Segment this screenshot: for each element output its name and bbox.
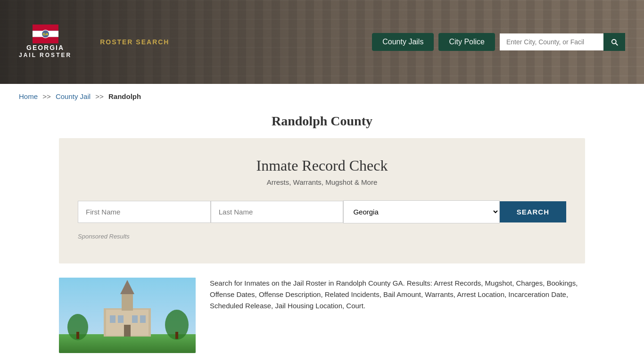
- svg-text:GA: GA: [42, 32, 48, 36]
- bottom-description: Search for Inmates on the Jail Roster in…: [210, 278, 585, 312]
- county-jails-button[interactable]: County Jails: [372, 33, 434, 51]
- svg-rect-10: [76, 332, 79, 339]
- svg-rect-18: [118, 315, 124, 323]
- city-police-button[interactable]: City Police: [438, 33, 495, 51]
- sponsored-label: Sponsored Results: [78, 233, 566, 240]
- svg-rect-17: [110, 315, 116, 323]
- svg-rect-20: [140, 315, 146, 323]
- search-icon: [610, 38, 619, 46]
- svg-rect-19: [132, 315, 138, 323]
- site-logo: GA GEORGIA JAIL ROSTER: [19, 25, 72, 59]
- breadcrumb-county-jail[interactable]: County Jail: [56, 92, 91, 100]
- svg-rect-12: [175, 332, 178, 339]
- breadcrumb: Home >> County Jail >> Randolph: [0, 84, 644, 109]
- page-title-area: Randolph County: [0, 109, 644, 138]
- logo-line2: JAIL ROSTER: [19, 52, 72, 59]
- first-name-input[interactable]: [78, 201, 211, 223]
- svg-rect-21: [124, 325, 131, 337]
- roster-search-link[interactable]: ROSTER SEARCH: [100, 38, 169, 46]
- breadcrumb-current: Randolph: [108, 92, 141, 100]
- header-search-box: [500, 33, 625, 51]
- state-select[interactable]: AlabamaAlaskaArizonaArkansasCaliforniaCo…: [343, 200, 499, 223]
- inmate-record-subtitle: Arrests, Warrants, Mugshot & More: [78, 178, 566, 186]
- header-search-button[interactable]: [603, 33, 625, 51]
- page-title: Randolph County: [0, 114, 644, 129]
- breadcrumb-sep1: >>: [42, 92, 51, 100]
- last-name-input[interactable]: [211, 201, 344, 223]
- logo-line1: GEORGIA: [19, 43, 72, 52]
- site-header: GA GEORGIA JAIL ROSTER ROSTER SEARCH Cou…: [0, 0, 644, 84]
- svg-rect-15: [122, 292, 133, 311]
- county-image: [59, 278, 196, 353]
- georgia-flag-icon: GA: [33, 25, 58, 43]
- inmate-search-form: AlabamaAlaskaArizonaArkansasCaliforniaCo…: [78, 200, 566, 223]
- breadcrumb-home[interactable]: Home: [19, 92, 38, 100]
- main-nav: ROSTER SEARCH: [100, 38, 169, 46]
- inmate-record-section: Inmate Record Check Arrests, Warrants, M…: [59, 138, 585, 263]
- inmate-record-heading: Inmate Record Check: [78, 157, 566, 174]
- header-right: County Jails City Police: [372, 33, 625, 51]
- bottom-section: Search for Inmates on the Jail Roster in…: [0, 263, 644, 362]
- inmate-search-button[interactable]: SEARCH: [500, 201, 566, 222]
- breadcrumb-sep2: >>: [95, 92, 104, 100]
- header-search-input[interactable]: [500, 33, 603, 50]
- building-illustration: [59, 278, 196, 353]
